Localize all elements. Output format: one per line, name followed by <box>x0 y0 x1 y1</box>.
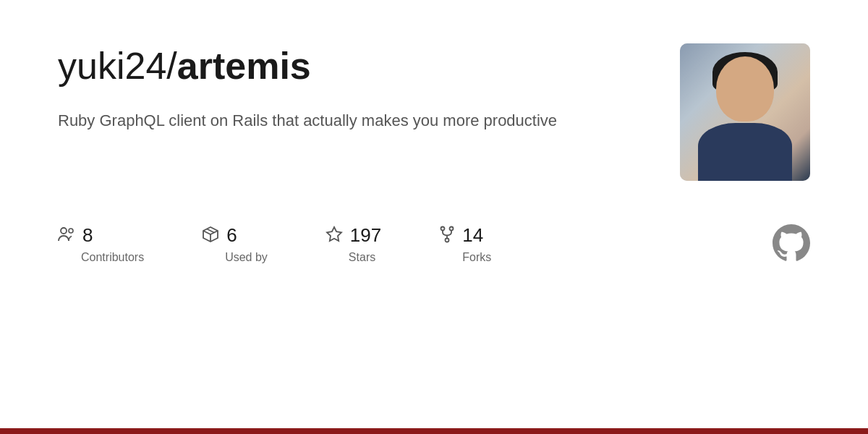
avatar-image <box>680 43 810 181</box>
forks-label: Forks <box>462 251 491 264</box>
stat-used-by[interactable]: 6 Used by <box>202 224 268 264</box>
contributors-count: 8 <box>82 224 93 247</box>
stat-contributors[interactable]: 8 Contributors <box>58 224 144 264</box>
svg-point-1 <box>69 229 73 233</box>
used-by-count: 6 <box>226 224 237 247</box>
stat-top-stars: 197 <box>326 224 381 247</box>
stat-top-forks: 14 <box>439 224 483 247</box>
stat-top-used-by: 6 <box>202 224 237 247</box>
avatar-body <box>698 123 792 181</box>
stat-stars[interactable]: 197 Stars <box>326 224 381 264</box>
forks-count: 14 <box>462 224 483 247</box>
repo-description: Ruby GraphQL client on Rails that actual… <box>58 109 579 132</box>
github-icon-container <box>549 224 810 262</box>
stat-forks[interactable]: 14 Forks <box>439 224 491 264</box>
avatar <box>680 43 810 181</box>
contributors-label: Contributors <box>81 251 144 264</box>
fork-icon <box>439 226 455 246</box>
repo-title: yuki24/artemis <box>58 43 651 88</box>
svg-point-3 <box>450 226 454 230</box>
github-icon[interactable] <box>773 224 810 262</box>
repo-owner: yuki24/ <box>58 45 177 87</box>
svg-point-0 <box>61 228 67 234</box>
svg-point-4 <box>446 238 449 242</box>
stars-count: 197 <box>350 224 381 247</box>
people-icon <box>58 226 75 245</box>
stats-section: 8 Contributors 6 Used by <box>0 181 868 264</box>
used-by-label: Used by <box>225 251 268 264</box>
package-icon <box>202 226 219 246</box>
star-icon <box>326 226 343 246</box>
stat-top-contributors: 8 <box>58 224 93 247</box>
stars-label: Stars <box>349 251 375 264</box>
main-content: yuki24/artemis Ruby GraphQL client on Ra… <box>0 0 868 181</box>
svg-point-2 <box>441 226 445 230</box>
avatar-section <box>680 43 810 181</box>
repo-name: artemis <box>177 45 311 87</box>
avatar-face <box>716 56 774 122</box>
bottom-bar <box>0 428 868 434</box>
left-section: yuki24/artemis Ruby GraphQL client on Ra… <box>58 43 651 132</box>
